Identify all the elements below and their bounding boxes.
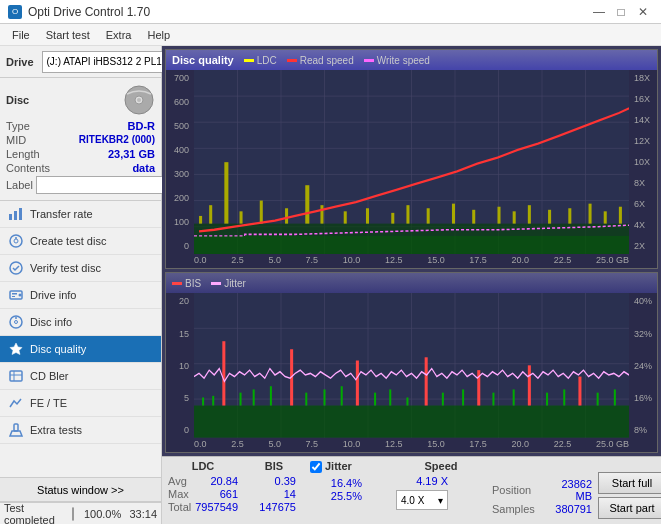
yr-10x: 10X xyxy=(631,157,650,167)
bis-avg-value: 0.39 xyxy=(244,475,296,487)
bx-75: 7.5 xyxy=(306,439,319,451)
drive-label: Drive xyxy=(6,56,34,68)
sidebar-item-disc-info[interactable]: Disc info xyxy=(0,309,161,336)
jitter-avg-row: 16.4% xyxy=(310,477,390,489)
menubar: File Start test Extra Help xyxy=(0,24,661,46)
menu-extra[interactable]: Extra xyxy=(98,27,140,43)
bottom-stats: LDC Avg 20.84 Max 661 Total 7957549 BIS xyxy=(162,456,661,524)
svg-rect-57 xyxy=(548,210,551,224)
svg-rect-87 xyxy=(374,393,376,406)
disc-panel-title: Disc xyxy=(6,94,29,106)
yl-10: 10 xyxy=(179,361,192,371)
speed-stats-col: Speed 4.19 X 4.0 X ▾ xyxy=(396,460,486,510)
y-label-700: 700 xyxy=(174,73,192,83)
x-225: 22.5 xyxy=(554,255,572,267)
length-key: Length xyxy=(6,148,40,160)
legend-jitter: Jitter xyxy=(211,278,246,289)
transfer-rate-icon xyxy=(8,206,24,222)
legend-ldc-color xyxy=(244,59,254,62)
bis-max-row: 14 xyxy=(244,488,304,500)
legend-write-speed-label: Write speed xyxy=(377,55,430,66)
legend-write-speed-color xyxy=(364,59,374,62)
sidebar-item-cd-bler[interactable]: CD Bler xyxy=(0,363,161,390)
samples-value: 380791 xyxy=(545,503,592,515)
close-button[interactable]: ✕ xyxy=(633,3,653,21)
y-label-100: 100 xyxy=(174,217,192,227)
svg-rect-21 xyxy=(14,424,18,431)
label-input[interactable] xyxy=(36,176,169,194)
speed-combo-selector[interactable]: 4.0 X ▾ xyxy=(396,490,448,510)
sidebar-item-transfer-rate[interactable]: Transfer rate xyxy=(0,201,161,228)
svg-rect-55 xyxy=(513,211,516,223)
sidebar-item-extra-tests[interactable]: Extra tests xyxy=(0,417,161,444)
yr-6x: 6X xyxy=(631,199,645,209)
sidebar-item-drive-info[interactable]: Drive info xyxy=(0,282,161,309)
svg-rect-75 xyxy=(194,406,629,438)
svg-rect-91 xyxy=(442,393,444,406)
ldc-avg-value: 20.84 xyxy=(197,475,238,487)
minimize-button[interactable]: — xyxy=(589,3,609,21)
menu-help[interactable]: Help xyxy=(139,27,178,43)
upper-chart-header: Disc quality LDC Read speed Write speed xyxy=(166,50,657,70)
x-25: 2.5 xyxy=(231,255,244,267)
start-part-button[interactable]: Start part xyxy=(598,497,661,519)
svg-rect-4 xyxy=(14,211,17,220)
ldc-max-value: 661 xyxy=(197,488,238,500)
sidebar-item-fe-te[interactable]: FE / TE xyxy=(0,390,161,417)
sidebar-item-disc-quality[interactable]: Disc quality xyxy=(0,336,161,363)
bx-25: 2.5 xyxy=(231,439,244,451)
y-label-300: 300 xyxy=(174,169,192,179)
yl-20: 20 xyxy=(179,296,192,306)
svg-point-15 xyxy=(15,321,18,324)
svg-rect-49 xyxy=(391,213,394,224)
svg-rect-96 xyxy=(528,366,531,406)
upper-y-axis-right: 18X 16X 14X 12X 10X 8X 6X 4X 2X xyxy=(629,70,657,254)
jitter-max-value: 25.5% xyxy=(310,490,362,502)
svg-rect-12 xyxy=(12,293,17,295)
start-buttons: Start full Start part xyxy=(598,472,661,519)
bis-avg-row: 0.39 xyxy=(244,475,304,487)
svg-marker-17 xyxy=(10,343,22,355)
svg-rect-40 xyxy=(209,205,212,223)
svg-rect-61 xyxy=(619,207,622,224)
yl-15: 15 xyxy=(179,329,192,339)
legend-ldc-label: LDC xyxy=(257,55,277,66)
ldc-header: LDC xyxy=(168,460,238,474)
titlebar: O Opti Drive Control 1.70 — □ ✕ xyxy=(0,0,661,24)
yr-4x: 4X xyxy=(631,220,645,230)
mid-value: RITEKBR2 (000) xyxy=(79,134,155,146)
svg-point-6 xyxy=(10,235,22,247)
legend-bis-label: BIS xyxy=(185,278,201,289)
time-display: 33:14 xyxy=(127,508,157,520)
svg-rect-101 xyxy=(614,390,616,406)
sidebar-item-verify-test-disc[interactable]: Verify test disc xyxy=(0,255,161,282)
contents-value: data xyxy=(132,162,155,174)
menu-start-test[interactable]: Start test xyxy=(38,27,98,43)
maximize-button[interactable]: □ xyxy=(611,3,631,21)
jitter-checkbox[interactable] xyxy=(310,461,322,473)
sidebar-item-cd-bler-label: CD Bler xyxy=(30,370,69,382)
lower-chart-svg xyxy=(194,293,629,438)
legend-write-speed: Write speed xyxy=(364,55,430,66)
jitter-stats-col: Jitter 16.4% 25.5% xyxy=(310,460,390,502)
menu-file[interactable]: File xyxy=(4,27,38,43)
x-200: 20.0 xyxy=(512,255,530,267)
main-area: Drive (J:) ATAPI iHBS312 2 PL17 ▾ ⏏ Spee… xyxy=(0,46,661,524)
svg-rect-80 xyxy=(253,390,255,406)
legend-read-speed-color xyxy=(287,59,297,62)
svg-rect-98 xyxy=(563,390,565,406)
upper-chart-svg xyxy=(194,70,629,254)
svg-rect-45 xyxy=(305,185,309,223)
sidebar: Drive (J:) ATAPI iHBS312 2 PL17 ▾ ⏏ Spee… xyxy=(0,46,162,524)
upper-chart-panel: Disc quality LDC Read speed Write speed xyxy=(165,49,658,269)
svg-rect-86 xyxy=(356,361,359,406)
sidebar-item-create-test-disc[interactable]: Create test disc xyxy=(0,228,161,255)
legend-read-speed-label: Read speed xyxy=(300,55,354,66)
start-full-button[interactable]: Start full xyxy=(598,472,661,494)
disc-icon xyxy=(123,84,155,116)
status-window-button[interactable]: Status window >> xyxy=(0,478,161,502)
svg-rect-81 xyxy=(270,387,272,406)
yr-16pct: 16% xyxy=(631,393,652,403)
legend-bis: BIS xyxy=(172,278,201,289)
speed-combo-arrow: ▾ xyxy=(438,495,443,506)
